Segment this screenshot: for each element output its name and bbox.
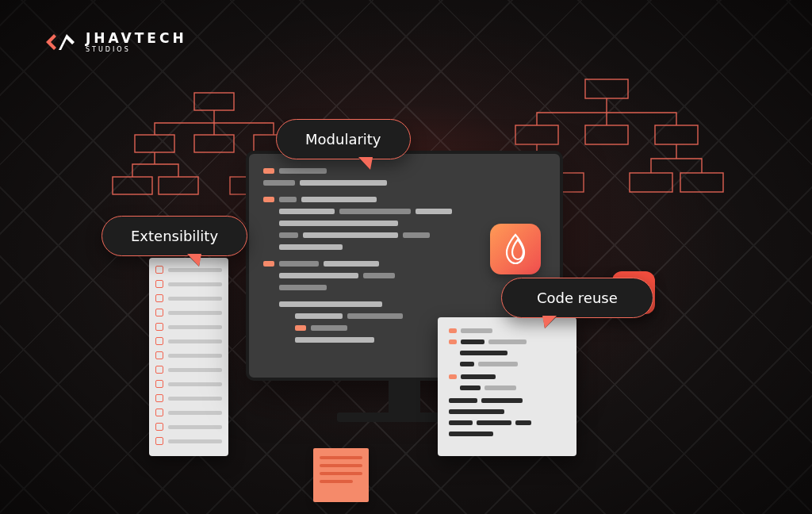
logo-title: JHAVTECH (86, 32, 187, 45)
bubble-label: Code reuse (537, 290, 618, 306)
brand-logo: JHAVTECH STUDIOS (43, 30, 187, 54)
checklist-document (149, 258, 228, 456)
illustration-scene: Modularity Extensibility Code reuse (0, 95, 812, 514)
logo-mark-icon (43, 30, 78, 54)
sticky-note (313, 448, 369, 502)
fire-drop-icon (490, 224, 541, 274)
code-snippet-document (438, 317, 576, 456)
bubble-label: Modularity (305, 131, 381, 148)
bubble-label: Extensibility (131, 228, 218, 244)
logo-subtitle: STUDIOS (86, 47, 187, 53)
bubble-code-reuse: Code reuse (501, 278, 653, 318)
bubble-extensibility: Extensibility (102, 216, 247, 256)
bubble-modularity: Modularity (276, 119, 411, 159)
